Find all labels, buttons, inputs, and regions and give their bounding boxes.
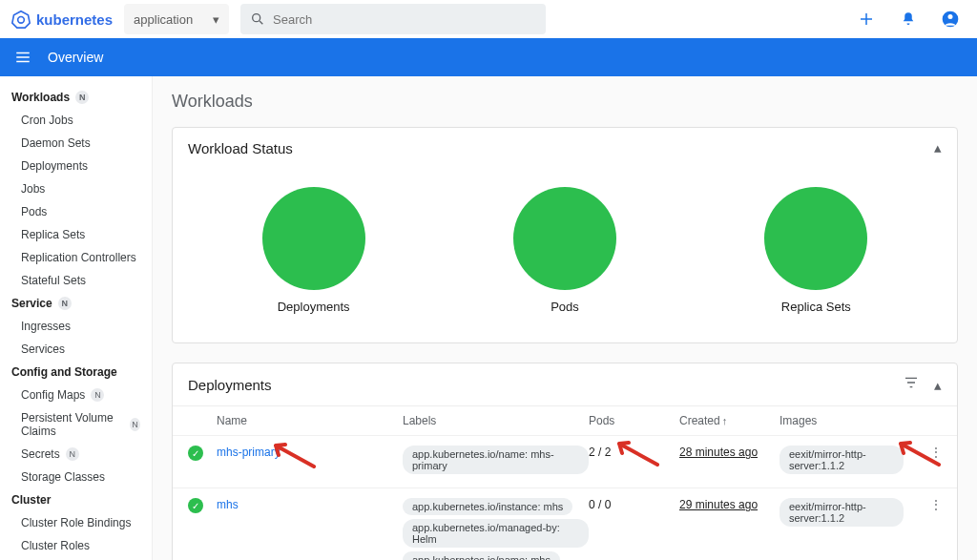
sidebar-group-cluster[interactable]: Cluster <box>0 488 152 511</box>
sidebar-item-replication-controllers[interactable]: Replication Controllers <box>0 246 152 269</box>
sidebar-badge: N <box>75 91 89 104</box>
plus-icon <box>858 10 875 28</box>
sidebar-item-jobs[interactable]: Jobs <box>0 177 152 200</box>
pods-count: 0 / 0 <box>589 498 679 511</box>
brand-logo: kubernetes <box>11 10 113 29</box>
sidebar-item-replica-sets[interactable]: Replica Sets <box>0 223 152 246</box>
namespace-selector[interactable]: application ▾ <box>124 4 229 34</box>
deployments-card: Deployments ▴ Name Labels Pods Created↑ … <box>172 363 958 560</box>
svg-point-2 <box>253 14 260 22</box>
search-icon <box>250 11 265 27</box>
col-labels: Labels <box>403 414 589 427</box>
sidebar-group-label: Cluster <box>11 493 51 507</box>
brand-text: kubernetes <box>36 11 113 28</box>
main-content: Workloads Workload Status ▴ Deployments … <box>153 76 977 560</box>
status-ok-icon: ✓ <box>188 498 203 513</box>
bell-icon <box>900 10 917 28</box>
created-time: 29 minutes ago <box>679 498 758 511</box>
sidebar-group-service[interactable]: ServiceN <box>0 292 152 315</box>
label-chip[interactable]: app.kubernetes.io/name: mhs <box>403 551 560 560</box>
sidebar-item-pvc[interactable]: Persistent Volume ClaimsN <box>0 406 152 443</box>
page-header-title: Overview <box>48 50 103 65</box>
svg-line-3 <box>260 21 262 24</box>
col-created[interactable]: Created↑ <box>679 414 780 427</box>
status-chart-replicasets <box>764 187 867 290</box>
notifications-button[interactable] <box>893 4 924 34</box>
table-row: ✓ mhs app.kubernetes.io/instance: mhs ap… <box>173 487 957 560</box>
namespace-selector-value: application <box>134 12 193 27</box>
workload-status-card: Workload Status ▴ Deployments Pods Repl <box>172 127 958 343</box>
workload-status-row: Deployments Pods Replica Sets <box>188 177 942 323</box>
page-title: Workloads <box>172 92 958 112</box>
sidebar-item-cron-jobs[interactable]: Cron Jobs <box>0 109 152 132</box>
table-row: ✓ mhs-primary app.kubernetes.io/name: mh… <box>173 435 957 487</box>
sidebar-item-deployments[interactable]: Deployments <box>0 155 152 177</box>
sidebar: WorkloadsN Cron Jobs Daemon Sets Deploym… <box>0 76 153 560</box>
row-actions-menu[interactable]: ⋮ <box>904 498 942 511</box>
create-button[interactable] <box>851 4 882 34</box>
sidebar-group-label: Workloads <box>11 91 70 104</box>
pods-count: 2 / 2 <box>589 446 679 459</box>
status-ok-icon: ✓ <box>188 446 203 461</box>
page-header-bar: Overview <box>0 38 977 76</box>
status-label: Replica Sets <box>781 300 851 314</box>
label-chip[interactable]: app.kubernetes.io/instance: mhs <box>403 498 572 515</box>
svg-point-1 <box>18 17 25 24</box>
label-chip[interactable]: app.kubernetes.io/name: mhs-primary <box>403 446 589 474</box>
card-header: Workload Status ▴ <box>173 128 957 168</box>
sidebar-badge: N <box>58 297 72 310</box>
sidebar-item-pods[interactable]: Pods <box>0 200 152 223</box>
chevron-down-icon: ▾ <box>213 12 219 27</box>
sidebar-item-stateful-sets[interactable]: Stateful Sets <box>0 269 152 292</box>
sidebar-item-storage-classes[interactable]: Storage Classes <box>0 466 152 488</box>
sidebar-badge: N <box>66 447 79 461</box>
status-label: Deployments <box>278 300 350 314</box>
deployments-table-header: Name Labels Pods Created↑ Images <box>173 405 957 435</box>
hamburger-icon <box>14 49 31 66</box>
image-chip[interactable]: eexit/mirror-http-server:1.1.2 <box>780 498 904 527</box>
row-actions-menu[interactable]: ⋮ <box>904 446 942 459</box>
sidebar-group-workloads[interactable]: WorkloadsN <box>0 86 152 109</box>
sidebar-group-label: Service <box>11 297 52 310</box>
sidebar-group-config-storage[interactable]: Config and Storage <box>0 361 152 384</box>
deployment-name-link[interactable]: mhs-primary <box>217 446 281 459</box>
label-chip[interactable]: app.kubernetes.io/managed-by: Helm <box>403 519 589 548</box>
menu-toggle[interactable] <box>11 49 34 66</box>
account-icon <box>941 10 960 29</box>
search-box[interactable] <box>240 4 546 34</box>
card-header: Deployments ▴ <box>173 363 957 405</box>
filter-icon <box>904 375 919 390</box>
svg-point-5 <box>948 14 953 19</box>
deployment-name-link[interactable]: mhs <box>217 498 239 511</box>
status-deployments: Deployments <box>262 187 365 314</box>
sort-asc-icon: ↑ <box>722 415 728 426</box>
sidebar-item-daemon-sets[interactable]: Daemon Sets <box>0 132 152 155</box>
col-pods: Pods <box>589 414 679 427</box>
account-button[interactable] <box>935 4 966 34</box>
sidebar-group-label: Config and Storage <box>11 365 117 379</box>
status-chart-pods <box>513 187 616 290</box>
sidebar-item-secrets[interactable]: SecretsN <box>0 443 152 466</box>
sidebar-item-cluster-role-bindings[interactable]: Cluster Role Bindings <box>0 511 152 534</box>
collapse-toggle[interactable]: ▴ <box>934 139 942 156</box>
collapse-toggle[interactable]: ▴ <box>934 377 942 393</box>
status-chart-deployments <box>262 187 365 290</box>
sidebar-item-ingresses[interactable]: Ingresses <box>0 315 152 338</box>
search-input[interactable] <box>273 12 536 27</box>
image-chip[interactable]: eexit/mirror-http-server:1.1.2 <box>780 446 904 474</box>
sidebar-item-services[interactable]: Services <box>0 338 152 361</box>
svg-marker-0 <box>12 11 30 29</box>
col-images: Images <box>780 414 904 427</box>
sidebar-badge: N <box>130 418 140 431</box>
status-pods: Pods <box>513 187 616 314</box>
filter-button[interactable] <box>904 377 923 393</box>
col-name[interactable]: Name <box>217 414 403 427</box>
sidebar-item-cluster-roles[interactable]: Cluster Roles <box>0 534 152 557</box>
status-label: Pods <box>551 300 579 314</box>
sidebar-item-config-maps[interactable]: Config MapsN <box>0 384 152 406</box>
created-time: 28 minutes ago <box>679 446 758 459</box>
card-title: Workload Status <box>188 140 293 156</box>
kubernetes-icon <box>11 10 31 29</box>
topbar: kubernetes application ▾ <box>0 0 977 38</box>
sidebar-badge: N <box>91 388 104 402</box>
